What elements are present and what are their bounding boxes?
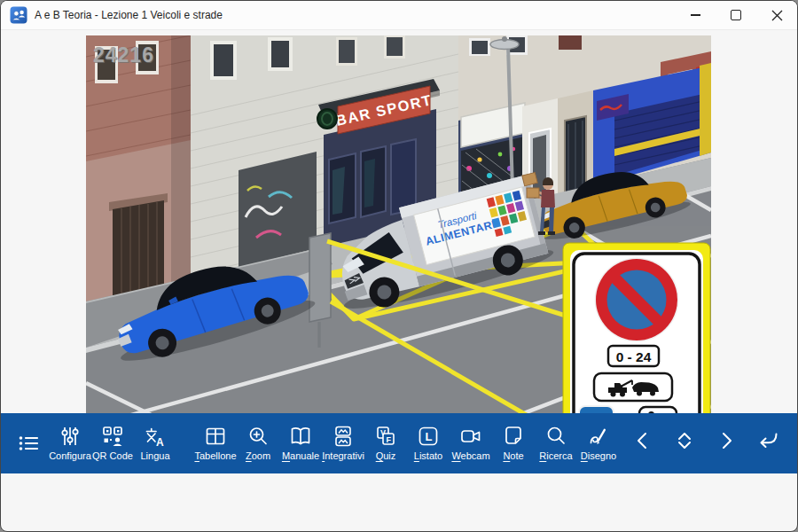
time-range-plate: 0 - 24 — [608, 346, 659, 366]
menu-button[interactable] — [8, 424, 49, 473]
torso — [541, 190, 555, 207]
no-parking-sign — [595, 258, 679, 342]
toolbar-label: Configura — [49, 450, 91, 461]
list-icon — [16, 431, 41, 456]
svg-text:L: L — [426, 430, 433, 443]
toolbar-label: Ricerca — [539, 450, 572, 461]
toolbar-label: Webcam — [451, 450, 489, 461]
lesson-image: BAR SPORT — [86, 35, 711, 466]
sticky-note-icon — [501, 424, 526, 449]
toolbar-label: QR Code — [92, 450, 133, 461]
toolbar-navigation — [622, 424, 797, 473]
pink-building — [86, 35, 191, 313]
graffiti-wall — [239, 152, 317, 268]
toolbar-item-tabellone[interactable]: Tabellone — [194, 424, 237, 473]
video-camera-icon — [458, 424, 483, 449]
toolbar-item-zoom[interactable]: Zoom — [237, 424, 279, 473]
toolbar-item-qr-code[interactable]: QR Code — [91, 424, 134, 473]
bar-door — [391, 139, 416, 215]
translate-icon: A — [143, 424, 168, 449]
title-bar: A e B Teoria - Lezione 1 Veicoli e strad… — [1, 1, 797, 30]
toolbar-label: Lingua — [140, 450, 169, 461]
tow-away-plate — [594, 373, 672, 401]
jump-button[interactable] — [663, 424, 705, 473]
letter-box-icon: L — [416, 424, 441, 449]
chevron-right-icon — [714, 428, 739, 453]
true-false-icon: V F — [373, 424, 398, 449]
minimize-icon — [691, 14, 700, 15]
toolbar-item-manuale[interactable]: Manuale — [279, 424, 322, 473]
content-area: BAR SPORT — [1, 30, 797, 473]
chevron-left-icon — [630, 428, 655, 453]
close-button[interactable] — [756, 1, 797, 29]
previous-button[interactable] — [622, 424, 663, 473]
box-in-hands — [527, 188, 539, 198]
toolbar-label: Note — [503, 450, 523, 461]
toolbar-item-disegno[interactable]: Disegno — [577, 424, 620, 473]
window-controls — [675, 1, 797, 29]
chevron-up-down-icon — [672, 428, 697, 453]
search-icon — [544, 424, 568, 449]
toolbar-item-note[interactable]: Note — [492, 424, 535, 473]
zoom-in-icon — [246, 424, 270, 449]
street-scene: BAR SPORT — [86, 35, 711, 466]
toolbar-label: Integrativi — [322, 450, 364, 461]
svg-text:F: F — [387, 435, 392, 444]
pen-icon — [586, 424, 611, 449]
return-arrow-icon — [755, 428, 780, 453]
next-button[interactable] — [705, 424, 747, 473]
time-range-text: 0 - 24 — [616, 349, 652, 364]
app-people-icon — [10, 6, 27, 24]
toolbar: Configura QR Code A — [1, 413, 797, 473]
toolbar-label: Zoom — [246, 450, 270, 461]
maximize-button[interactable] — [716, 1, 756, 29]
window-title: A e B Teoria - Lezione 1 Veicoli e strad… — [35, 9, 223, 21]
toolbar-label: Tabellone — [194, 450, 236, 461]
toolbar-label: Disegno — [581, 450, 616, 461]
slides-icon — [331, 424, 356, 449]
grid-icon — [203, 424, 228, 449]
toolbar-label: Manuale — [282, 450, 319, 461]
toolbar-item-quiz[interactable]: V F Quiz — [364, 424, 407, 473]
maximize-icon — [731, 10, 741, 20]
toolbar-item-ricerca[interactable]: Ricerca — [535, 424, 577, 473]
open-book-icon — [288, 424, 313, 449]
toolbar-item-lingua[interactable]: A Lingua — [134, 424, 176, 473]
toolbar-label: Quiz — [376, 450, 396, 461]
toolbar-item-webcam[interactable]: Webcam — [450, 424, 492, 473]
svg-text:A: A — [156, 436, 164, 449]
sliders-icon — [58, 424, 82, 449]
figure-number: 24216 — [93, 43, 154, 66]
toolbar-item-listato[interactable]: L Listato — [407, 424, 450, 473]
toolbar-item-integrativi[interactable]: Integrativi — [322, 424, 364, 473]
toolbar-item-configura[interactable]: Configura — [49, 424, 91, 473]
minimize-button[interactable] — [675, 1, 716, 29]
toolbar-label: Listato — [414, 450, 442, 461]
app-window: A e B Teoria - Lezione 1 Veicoli e strad… — [0, 0, 798, 532]
close-icon — [771, 10, 783, 21]
back-return-button[interactable] — [747, 424, 788, 473]
qr-code-icon — [100, 424, 125, 449]
toolbar-separator — [176, 424, 194, 473]
